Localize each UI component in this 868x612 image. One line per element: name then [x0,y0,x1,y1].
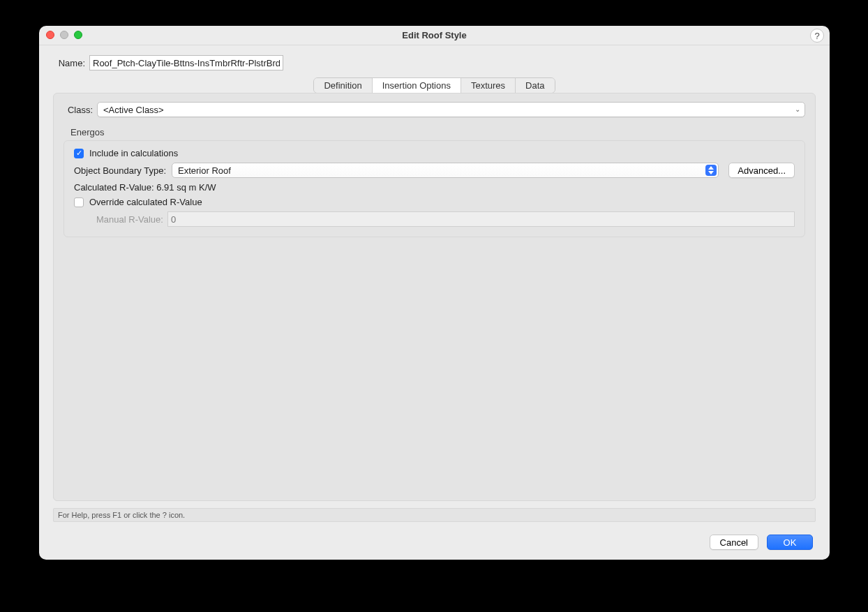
energos-group-label: Energos [70,127,805,137]
tabbar: Definition Insertion Options Textures Da… [313,77,555,94]
dialog-body: Name: Definition Insertion Options Textu… [39,45,830,560]
obt-value: Exterior Roof [178,165,231,176]
manual-rvalue-row: Manual R-Value: [96,211,795,227]
footer: Cancel OK [53,535,816,550]
zoom-icon[interactable] [74,31,82,39]
include-row: ✓ Include in calculations [74,148,795,158]
include-label: Include in calculations [89,148,178,158]
name-label: Name: [53,58,85,68]
advanced-button[interactable]: Advanced... [728,163,795,178]
manual-rvalue-label: Manual R-Value: [96,214,163,225]
override-checkbox[interactable] [74,197,84,207]
class-label: Class: [63,105,93,115]
tab-insertion-options[interactable]: Insertion Options [373,78,461,93]
status-bar: For Help, press F1 or click the ? icon. [53,508,816,522]
energos-group: ✓ Include in calculations Object Boundar… [63,140,805,237]
chevron-down-icon: ⌄ [795,106,800,113]
override-label: Override calculated R-Value [89,197,202,207]
manual-rvalue-input [167,211,795,227]
window-title: Edit Roof Style [402,30,466,40]
cancel-button[interactable]: Cancel [710,535,758,550]
minimize-icon[interactable] [60,31,68,39]
tab-textures[interactable]: Textures [461,78,516,93]
calc-row: Calculated R-Value: 6.91 sq m K/W [74,182,795,193]
obt-row: Object Boundary Type: Exterior Roof Adva… [74,163,795,178]
class-value: <Active Class> [103,105,164,115]
dialog-window: Edit Roof Style ? Name: Definition Inser… [39,26,830,560]
class-select[interactable]: <Active Class> ⌄ [97,102,805,117]
obt-select[interactable]: Exterior Roof [172,163,719,178]
name-input[interactable] [89,55,283,70]
close-icon[interactable] [46,31,54,39]
override-row: Override calculated R-Value [74,197,795,207]
name-row: Name: [53,55,816,70]
traffic-lights [46,31,82,39]
calculated-rvalue-label: Calculated R-Value: 6.91 sq m K/W [74,182,216,193]
obt-label: Object Boundary Type: [74,165,166,176]
tab-panel: Class: <Active Class> ⌄ Energos ✓ Includ… [53,93,816,501]
tab-definition[interactable]: Definition [314,78,372,93]
help-icon: ? [814,31,819,41]
updown-icon [705,165,717,176]
tab-data[interactable]: Data [516,78,554,93]
class-row: Class: <Active Class> ⌄ [63,102,805,117]
ok-button[interactable]: OK [767,535,813,550]
help-button[interactable]: ? [810,29,824,43]
titlebar: Edit Roof Style ? [39,26,830,45]
include-checkbox[interactable]: ✓ [74,149,84,158]
